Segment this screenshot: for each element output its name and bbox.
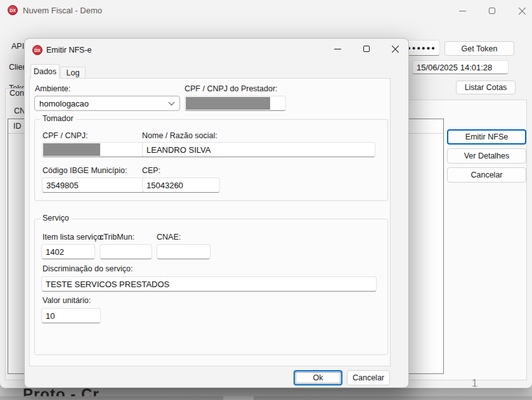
token-expiry-field[interactable] — [412, 60, 509, 74]
cpf-cnpj-label: CPF / CNPJ: — [42, 131, 88, 140]
app-logo-text: DX — [10, 8, 16, 13]
cnae-label: CNAE: — [157, 233, 181, 242]
dialog-maximize-icon — [363, 46, 370, 52]
discriminacao-input[interactable] — [41, 276, 377, 292]
listar-cotas-button[interactable]: Listar Cotas — [456, 81, 516, 94]
prestador-label: CPF / CNPJ do Prestador: — [185, 84, 278, 93]
close-button[interactable] — [512, 4, 531, 18]
ambiente-select[interactable]: homologacao — [34, 96, 180, 111]
background-band — [0, 396, 532, 400]
dialog-close-icon — [391, 45, 399, 53]
valor-unitario-input[interactable] — [41, 308, 101, 323]
item-lista-label: Item lista serviço: — [42, 233, 104, 242]
background-chip — [223, 396, 254, 400]
tomador-legend: Tomador — [40, 114, 76, 123]
valor-unitario-label: Valor unitário: — [42, 296, 91, 305]
maximize-button[interactable] — [483, 4, 502, 18]
ibge-label: Código IBGE Município: — [42, 166, 127, 175]
close-icon — [518, 7, 526, 15]
ambiente-label: Ambiente: — [35, 84, 70, 93]
ambiente-chevron-down-icon — [169, 99, 175, 105]
emitir-nfse-dialog: DX Emitir NFS-e Dados Log Ambiente: homo… — [24, 38, 409, 388]
maximize-icon — [489, 8, 495, 14]
emitir-nfse-button[interactable]: Emitir NFSe — [447, 129, 526, 145]
ambiente-selected-value: homologacao — [39, 99, 89, 108]
ctribmun-input[interactable] — [100, 244, 152, 259]
page-number: 1 — [472, 378, 477, 389]
prestador-redaction-box — [186, 97, 270, 110]
dialog-maximize-button[interactable] — [357, 42, 376, 56]
ibge-input[interactable] — [42, 177, 146, 193]
tab-dados[interactable]: Dados — [30, 64, 60, 79]
item-lista-input[interactable] — [41, 244, 95, 259]
cep-label: CEP: — [142, 166, 160, 175]
main-titlebar: DX Nuvem Fiscal - Demo — [0, 0, 532, 22]
dialog-titlebar: DX Emitir NFS-e — [25, 39, 408, 61]
ver-detalhes-button[interactable]: Ver Detalhes — [447, 148, 526, 164]
app-logo-icon: DX — [8, 5, 18, 15]
ctribmun-label: cTribMun: — [100, 233, 134, 242]
id-column-header: ID — [13, 122, 22, 131]
nome-label: Nome / Razão social: — [142, 131, 217, 140]
discriminacao-label: Discriminação do serviço: — [42, 264, 133, 273]
nome-input[interactable] — [142, 142, 375, 157]
main-window-title: Nuvem Fiscal - Demo — [23, 6, 102, 15]
dialog-minimize-button[interactable] — [328, 42, 347, 56]
dialog-title: Emitir NFS-e — [46, 46, 92, 55]
minimize-button[interactable] — [453, 4, 472, 18]
dialog-logo-text: DX — [34, 48, 41, 53]
tab-log[interactable]: Log — [60, 67, 86, 79]
minimize-icon — [459, 11, 466, 11]
main-cancelar-button[interactable]: Cancelar — [447, 167, 526, 183]
ok-button[interactable]: Ok — [294, 370, 342, 385]
dialog-cancelar-button[interactable]: Cancelar — [347, 370, 390, 385]
dialog-logo-icon: DX — [32, 45, 42, 55]
tab-consultas[interactable]: Cons — [5, 88, 27, 100]
cpf-cnpj-redaction-box — [43, 143, 100, 156]
servico-legend: Serviço — [40, 214, 72, 223]
dialog-minimize-icon — [334, 49, 341, 49]
dados-tab-page: Ambiente: homologacao CPF / CNPJ do Pres… — [29, 78, 391, 366]
get-token-button[interactable]: Get Token — [444, 41, 514, 56]
dialog-close-button[interactable] — [386, 42, 405, 56]
cnae-input[interactable] — [157, 244, 211, 259]
cep-input[interactable] — [142, 177, 220, 193]
